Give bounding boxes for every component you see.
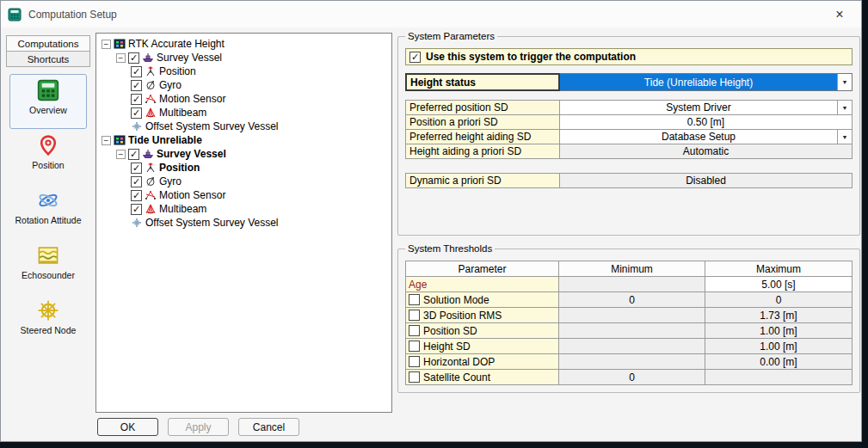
tree-checkbox[interactable]: [131, 163, 142, 174]
trigger-computation-row[interactable]: Use this system to trigger the computati…: [405, 48, 853, 65]
tab-computations[interactable]: Computations: [6, 35, 90, 52]
multibeam-icon: [145, 107, 157, 119]
sidebar-item-steered-node[interactable]: Steered Node: [9, 294, 87, 349]
threshold-parameter-cell: Horizontal DOP: [406, 354, 559, 370]
column-header-maximum: Maximum: [705, 261, 853, 277]
threshold-checkbox[interactable]: [409, 341, 420, 352]
thresholds-table: Parameter Minimum Maximum Age5.00 [s]Sol…: [405, 261, 853, 385]
height-status-dropdown[interactable]: Tide (Unreliable Height): [560, 73, 853, 91]
threshold-checkbox[interactable]: [409, 294, 420, 305]
expander-icon[interactable]: [116, 53, 126, 63]
threshold-label-wrap: Height SD: [409, 341, 556, 353]
expander-icon[interactable]: [102, 40, 111, 49]
sidebar-item-label: Position: [32, 160, 64, 170]
tree-item-rtk-accurate-height[interactable]: RTK Accurate Height: [98, 37, 390, 51]
threshold-checkbox[interactable]: [409, 310, 420, 321]
tree-item-label: Motion Sensor: [159, 93, 225, 105]
trigger-checkbox[interactable]: [409, 52, 421, 63]
threshold-label: 3D Position RMS: [423, 310, 502, 322]
motion-sensor-icon: [145, 93, 157, 105]
tree-checkbox[interactable]: [128, 149, 139, 160]
tree-checkbox[interactable]: [131, 107, 142, 119]
param-row-dynamic-a-priori-sd: Dynamic a priori SDDisabled: [405, 173, 853, 188]
tree-item-gyro[interactable]: Gyro: [98, 175, 390, 188]
threshold-label-wrap: Position SD: [409, 325, 556, 337]
sidebar-item-echosounder[interactable]: Echosounder: [9, 239, 87, 294]
threshold-label: Position SD: [423, 325, 477, 337]
tree-item-label: Multibeam: [159, 107, 206, 119]
chevron-down-icon[interactable]: [837, 130, 852, 144]
sidebar-item-overview[interactable]: Overview: [9, 74, 87, 129]
threshold-row-satellite-count: Satellite Count0: [406, 370, 853, 385]
column-header-parameter: Parameter: [406, 261, 559, 277]
trigger-label: Use this system to trigger the computati…: [426, 51, 636, 63]
threshold-row-position-sd: Position SD1.00 [m]: [406, 323, 853, 339]
offset-icon: [131, 120, 143, 132]
param-value: Database Setup: [560, 130, 837, 144]
threshold-checkbox[interactable]: [409, 325, 420, 336]
expander-icon[interactable]: [102, 136, 111, 145]
tree-checkbox[interactable]: [131, 190, 142, 201]
param-label: Position a priori SD: [405, 114, 560, 130]
param-label: Preferred height aiding SD: [405, 129, 560, 144]
dynamic-row-wrap: Dynamic a priori SDDisabled: [405, 173, 853, 188]
threshold-parameter-cell: 3D Position RMS: [406, 308, 559, 323]
apply-button[interactable]: Apply: [168, 418, 229, 436]
tree-item-survey-vessel[interactable]: Survey Vessel: [98, 147, 390, 161]
tree-item-gyro[interactable]: Gyro: [98, 78, 390, 92]
tree-item-label: Offset System Survey Vessel: [145, 120, 279, 132]
footer-buttons: OK Apply Cancel: [97, 418, 299, 436]
tree-checkbox[interactable]: [131, 204, 142, 215]
steered-node-icon: [37, 299, 59, 322]
tree-item-label: Survey Vessel: [157, 148, 226, 160]
expander-icon[interactable]: [116, 150, 126, 159]
threshold-row-3d-position-rms: 3D Position RMS1.73 [m]: [406, 308, 853, 323]
tree-item-survey-vessel[interactable]: Survey Vessel: [98, 51, 390, 64]
chevron-down-icon[interactable]: [837, 74, 852, 90]
multibeam-icon: [145, 203, 157, 215]
tree-checkbox[interactable]: [131, 80, 142, 91]
tree-item-offset-system-survey-vessel[interactable]: Offset System Survey Vessel: [98, 120, 390, 133]
threshold-parameter-cell: Height SD: [406, 339, 559, 354]
sidebar-item-position[interactable]: Position: [9, 129, 87, 184]
computation-tree[interactable]: RTK Accurate HeightSurvey VesselPosition…: [95, 33, 392, 413]
tree-item-motion-sensor[interactable]: Motion Sensor: [98, 92, 390, 106]
ok-button[interactable]: OK: [97, 418, 158, 436]
param-dropdown-preferred-position-sd[interactable]: System Driver: [560, 100, 853, 115]
param-row-preferred-height-aiding-sd: Preferred height aiding SDDatabase Setup: [405, 129, 853, 144]
threshold-label-wrap: Satellite Count: [409, 371, 556, 384]
chevron-down-icon[interactable]: [837, 101, 852, 114]
param-label: Height aiding a priori SD: [405, 144, 560, 159]
tab-shortcuts[interactable]: Shortcuts: [6, 51, 90, 67]
threshold-checkbox[interactable]: [409, 371, 420, 383]
tree-item-multibeam[interactable]: Multibeam: [98, 106, 390, 120]
tree-item-offset-system-survey-vessel[interactable]: Offset System Survey Vessel: [98, 216, 390, 230]
threshold-checkbox[interactable]: [409, 356, 420, 367]
param-row-height-aiding-a-priori-sd: Height aiding a priori SDAutomatic: [405, 144, 853, 159]
height-status-value: Tide (Unreliable Height): [560, 74, 837, 90]
position-node-icon: [145, 65, 157, 77]
column-header-minimum: Minimum: [559, 261, 705, 277]
cancel-button[interactable]: Cancel: [238, 418, 299, 436]
close-icon[interactable]: [825, 1, 854, 28]
tree-item-position[interactable]: Position: [98, 161, 390, 175]
app-icon: [8, 8, 22, 21]
param-edit-position-a-priori-sd[interactable]: 0.50 [m]: [560, 114, 853, 130]
tree-checkbox[interactable]: [128, 52, 139, 64]
tree-checkbox[interactable]: [131, 94, 142, 105]
sidebar-item-label: Steered Node: [21, 325, 77, 335]
tree-checkbox[interactable]: [131, 176, 142, 187]
threshold-min-cell: 0: [559, 292, 705, 308]
tree-item-motion-sensor[interactable]: Motion Sensor: [98, 188, 390, 202]
thresholds-table-body: Age5.00 [s]Solution Mode003D Position RM…: [406, 277, 853, 385]
threshold-max-cell[interactable]: 5.00 [s]: [705, 277, 853, 292]
sidebar-item-rotation-attitude[interactable]: Rotation Attitude: [9, 184, 87, 239]
tree-checkbox[interactable]: [131, 66, 142, 77]
param-dropdown-preferred-height-aiding-sd[interactable]: Database Setup: [560, 129, 853, 144]
tree-item-tide-unreliable[interactable]: Tide Unreliable: [98, 133, 390, 147]
computation-icon: [114, 134, 126, 146]
tree-item-position[interactable]: Position: [98, 64, 390, 78]
param-readonly-dynamic-a-priori-sd: Disabled: [560, 173, 853, 188]
tree-item-label: Multibeam: [159, 203, 206, 215]
tree-item-multibeam[interactable]: Multibeam: [98, 202, 390, 216]
